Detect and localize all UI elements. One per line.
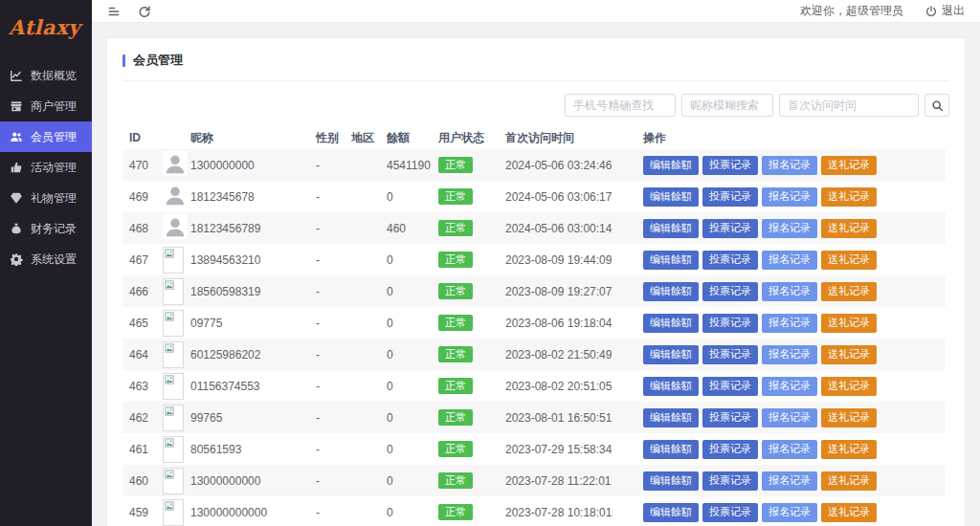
member-id: 462: [122, 411, 163, 425]
gift-records-button[interactable]: 送礼记录: [821, 219, 877, 238]
member-first-visit: 2023-08-09 19:27:07: [505, 285, 643, 298]
member-gender: -: [316, 506, 351, 519]
member-gender: -: [316, 159, 351, 172]
member-nickname: 01156374553: [190, 380, 316, 393]
signup-records-button[interactable]: 报名记录: [762, 314, 817, 333]
signup-records-button[interactable]: 报名记录: [762, 503, 817, 522]
refresh-icon[interactable]: [138, 5, 151, 18]
edit-balance-button[interactable]: 编辑餘額: [643, 187, 699, 207]
signup-records-button[interactable]: 报名记录: [762, 156, 817, 175]
vote-records-button[interactable]: 投票记录: [702, 282, 758, 301]
member-gender: -: [316, 285, 351, 298]
edit-balance-button[interactable]: 编辑餘額: [643, 314, 699, 333]
status-cell: 正常: [438, 472, 505, 490]
member-balance: 0: [387, 348, 438, 362]
sidebar-menu: 数据概览商户管理会员管理活动管理礼物管理财务记录系统设置: [0, 55, 92, 274]
edit-balance-button[interactable]: 编辑餘額: [643, 345, 699, 364]
main-area: 欢迎你，超级管理员 退出 会员管理: [92, 0, 980, 526]
col-gender: 性别: [316, 130, 351, 146]
edit-balance-button[interactable]: 编辑餘額: [643, 440, 699, 459]
sidebar-item-label: 会员管理: [31, 129, 77, 145]
gift-records-button[interactable]: 送礼记录: [821, 503, 877, 522]
signup-records-button[interactable]: 报名记录: [762, 440, 817, 459]
status-badge: 正常: [438, 409, 473, 427]
sidebar-item-数据概览[interactable]: 数据概览: [0, 60, 92, 91]
member-balance: 0: [387, 474, 438, 488]
member-nickname: 18560598319: [190, 285, 316, 298]
status-cell: 正常: [438, 315, 505, 332]
sidebar-item-活动管理[interactable]: 活动管理: [0, 152, 92, 183]
gift-records-button[interactable]: 送礼记录: [821, 314, 877, 333]
vote-records-button[interactable]: 投票记录: [702, 408, 758, 427]
shop-icon: [10, 99, 23, 113]
member-gender: -: [316, 380, 351, 393]
edit-balance-button[interactable]: 编辑餘額: [643, 251, 699, 270]
signup-records-button[interactable]: 报名记录: [762, 471, 817, 491]
phone-search-input[interactable]: [565, 94, 676, 117]
edit-balance-button[interactable]: 编辑餘額: [643, 377, 699, 396]
member-first-visit: 2023-08-01 16:50:51: [505, 411, 643, 425]
member-id: 469: [122, 190, 163, 204]
member-balance: 0: [387, 443, 438, 456]
table-row: 470 1300000000 - 4541190 正常 2024-05-06 0…: [122, 149, 946, 181]
gift-records-button[interactable]: 送礼记录: [821, 377, 877, 396]
vote-records-button[interactable]: 投票记录: [702, 314, 758, 333]
signup-records-button[interactable]: 报名记录: [762, 377, 817, 396]
page-title: 会员管理: [122, 52, 949, 69]
signup-records-button[interactable]: 报名记录: [762, 251, 817, 270]
gift-records-button[interactable]: 送礼记录: [821, 408, 877, 427]
sidebar-item-商户管理[interactable]: 商户管理: [0, 91, 92, 121]
gift-records-button[interactable]: 送礼记录: [821, 187, 877, 207]
sidebar-item-会员管理[interactable]: 会员管理: [0, 121, 92, 152]
gift-records-button[interactable]: 送礼记录: [821, 156, 877, 175]
collapse-sidebar-icon[interactable]: [107, 5, 121, 18]
vote-records-button[interactable]: 投票记录: [702, 219, 758, 238]
vote-records-button[interactable]: 投票记录: [702, 187, 758, 207]
signup-records-button[interactable]: 报名记录: [762, 282, 817, 301]
gift-records-button[interactable]: 送礼记录: [821, 345, 877, 364]
broken-image-icon: [163, 310, 184, 337]
gift-records-button[interactable]: 送礼记录: [821, 440, 877, 459]
vote-records-button[interactable]: 投票记录: [702, 503, 758, 522]
signup-records-button[interactable]: 报名记录: [762, 345, 817, 364]
member-first-visit: 2023-08-06 19:18:04: [505, 317, 643, 330]
vote-records-button[interactable]: 投票记录: [702, 377, 758, 396]
sidebar-item-财务记录[interactable]: 财务记录: [0, 213, 92, 244]
logout-button[interactable]: 退出: [924, 3, 965, 19]
vote-records-button[interactable]: 投票记录: [702, 440, 758, 459]
gift-records-button[interactable]: 送礼记录: [821, 251, 877, 270]
table-body: 470 1300000000 - 4541190 正常 2024-05-06 0…: [122, 149, 946, 526]
edit-balance-button[interactable]: 编辑餘額: [643, 219, 699, 238]
edit-balance-button[interactable]: 编辑餘額: [643, 471, 699, 491]
row-actions: 编辑餘額投票记录报名记录送礼记录: [643, 440, 946, 459]
signup-records-button[interactable]: 报名记录: [762, 408, 817, 427]
sidebar-item-系统设置[interactable]: 系统设置: [0, 244, 92, 274]
member-first-visit: 2023-07-28 10:18:01: [505, 506, 643, 519]
signup-records-button[interactable]: 报名记录: [762, 187, 817, 207]
member-balance: 0: [387, 317, 438, 330]
col-balance: 餘額: [387, 130, 438, 146]
vote-records-button[interactable]: 投票记录: [702, 251, 758, 270]
visit-time-input[interactable]: [779, 94, 919, 117]
broken-image-icon: [163, 373, 184, 400]
nickname-search-input[interactable]: [681, 94, 773, 117]
gift-records-button[interactable]: 送礼记录: [821, 471, 877, 491]
search-button[interactable]: [924, 94, 949, 117]
member-nickname: 60125986202: [190, 348, 316, 362]
edit-balance-button[interactable]: 编辑餘額: [643, 503, 699, 522]
col-id: ID: [122, 131, 163, 144]
edit-balance-button[interactable]: 编辑餘額: [643, 282, 699, 301]
signup-records-button[interactable]: 报名记录: [762, 219, 817, 238]
row-actions: 编辑餘額投票记录报名记录送礼记录: [643, 377, 946, 396]
row-actions: 编辑餘額投票记录报名记录送礼记录: [643, 408, 946, 427]
edit-balance-button[interactable]: 编辑餘額: [643, 408, 699, 427]
gift-records-button[interactable]: 送礼记录: [821, 282, 877, 301]
vote-records-button[interactable]: 投票记录: [702, 471, 758, 491]
edit-balance-button[interactable]: 编辑餘額: [643, 156, 699, 175]
row-actions: 编辑餘額投票记录报名记录送礼记录: [643, 314, 946, 333]
sidebar-item-礼物管理[interactable]: 礼物管理: [0, 183, 92, 213]
vote-records-button[interactable]: 投票记录: [702, 345, 758, 364]
topbar: 欢迎你，超级管理员 退出: [92, 0, 980, 23]
table-row: 469 1812345678 - 0 正常 2024-05-06 03:06:1…: [122, 181, 946, 212]
vote-records-button[interactable]: 投票记录: [702, 156, 758, 175]
